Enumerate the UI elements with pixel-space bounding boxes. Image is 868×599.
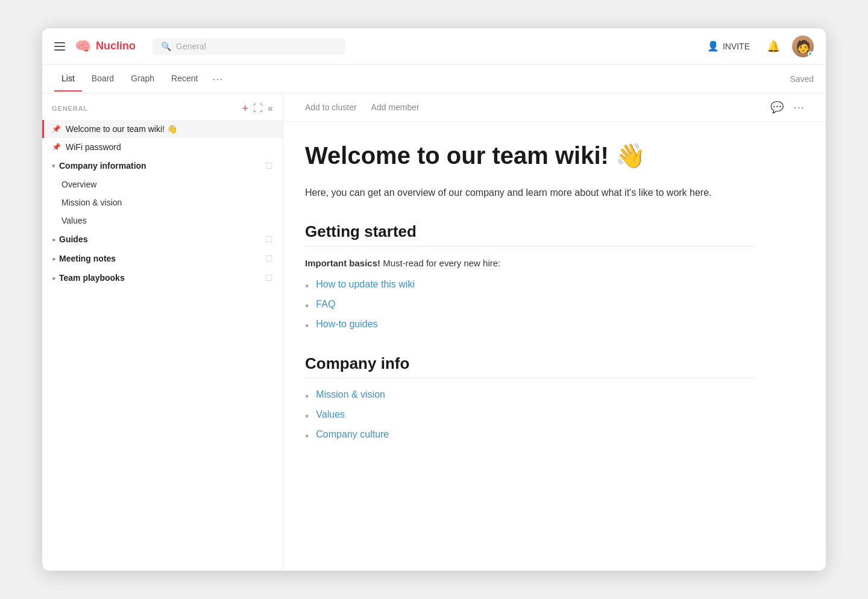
sidebar-item-overview-label: Overview — [61, 180, 96, 189]
chevron-right-icon-meeting: ▾ — [50, 257, 58, 260]
chevron-right-icon-guides: ▾ — [50, 237, 58, 241]
link-how-to-guides[interactable]: How-to guides — [316, 319, 377, 330]
sidebar-group-guides: ▾ Guides ☐ — [42, 230, 283, 249]
sidebar-add-button[interactable]: + — [242, 103, 249, 114]
sidebar-group-meeting-notes-label: Meeting notes — [59, 254, 116, 263]
page-intro: Here, you can get an overview of our com… — [305, 184, 756, 201]
search-bar[interactable]: 🔍 General — [153, 38, 345, 55]
sidebar-group-guides-checkbox[interactable]: ☐ — [265, 234, 273, 244]
sidebar-group-team-playbooks: ▾ Team playbooks ☐ — [42, 268, 283, 287]
bullet-dot-5: • — [305, 410, 309, 423]
logo: 🧠 Nuclino — [75, 39, 136, 54]
sidebar-item-overview[interactable]: Overview — [52, 175, 283, 193]
tab-list[interactable]: List — [54, 66, 82, 92]
list-item-how-to-update: • How to update this wiki — [305, 279, 756, 293]
sidebar-group-guides-header[interactable]: ▾ Guides ☐ — [42, 230, 283, 249]
sidebar-group-playbooks-checkbox[interactable]: ☐ — [265, 273, 273, 283]
sidebar-group-meeting-notes-header[interactable]: ▾ Meeting notes ☐ — [42, 249, 283, 268]
getting-started-list: • How to update this wiki • FAQ • How-to… — [305, 279, 756, 333]
sidebar-item-welcome-label: Welcome to our team wiki! 👋 — [66, 124, 177, 134]
chevron-down-icon: ▾ — [52, 162, 55, 170]
hamburger-menu[interactable] — [54, 42, 65, 51]
company-info-list: • Mission & vision • Values • Company cu… — [305, 389, 756, 443]
tab-graph[interactable]: Graph — [124, 66, 162, 92]
chevron-right-icon-playbooks: ▾ — [50, 276, 58, 280]
logo-icon: 🧠 — [75, 39, 91, 54]
sidebar-item-values-label: Values — [61, 216, 87, 225]
add-to-cluster-button[interactable]: Add to cluster — [305, 102, 357, 112]
sidebar-item-values[interactable]: Values — [52, 212, 283, 230]
page-title: Welcome to our team wiki! 👋 — [305, 141, 756, 170]
invite-icon: 👤 — [707, 40, 719, 52]
bullet-dot-2: • — [305, 300, 309, 313]
online-status-indicator — [808, 51, 813, 57]
list-item-faq: • FAQ — [305, 299, 756, 313]
bullet-dot-4: • — [305, 390, 309, 403]
sidebar-actions: + ⛶ « — [242, 103, 273, 114]
bullet-dot-1: • — [305, 280, 309, 293]
sidebar-item-mission-label: Mission & vision — [61, 198, 122, 207]
sidebar-group-company-label: Company information — [59, 161, 146, 171]
sidebar-group-guides-label: Guides — [59, 234, 87, 244]
sidebar-group-company-children: Overview Mission & vision Values — [42, 175, 283, 230]
list-item-mission-vision: • Mission & vision — [305, 389, 756, 403]
saved-status: Saved — [790, 74, 814, 84]
sidebar-item-mission[interactable]: Mission & vision — [52, 193, 283, 212]
list-item-values: • Values — [305, 409, 756, 423]
link-mission-vision[interactable]: Mission & vision — [316, 389, 385, 400]
section-company-info-title: Company info — [305, 354, 756, 378]
main-area: GENERAL + ⛶ « 📌 Welcome to our team wiki… — [42, 93, 826, 571]
tabbar: List Board Graph Recent ⋯ Saved — [42, 64, 826, 93]
sidebar-expand-button[interactable]: ⛶ — [253, 103, 263, 114]
section-getting-started-title: Getting started — [305, 222, 756, 246]
list-item-how-to-guides: • How-to guides — [305, 319, 756, 333]
important-bold: Important basics! — [305, 258, 380, 268]
topbar: 🧠 Nuclino 🔍 General 👤 INVITE 🔔 🧑 — [42, 28, 826, 64]
content-body: Welcome to our team wiki! 👋 Here, you ca… — [283, 122, 778, 484]
sidebar-item-wifi[interactable]: 📌 WiFi password — [42, 138, 283, 156]
app-window: 🧠 Nuclino 🔍 General 👤 INVITE 🔔 🧑 List Bo… — [42, 28, 826, 571]
pin-icon-wifi: 📌 — [52, 143, 61, 151]
tab-recent[interactable]: Recent — [164, 66, 205, 92]
topbar-right: 👤 INVITE 🔔 🧑 — [702, 36, 814, 57]
search-icon: 🔍 — [161, 42, 171, 51]
sidebar-group-team-playbooks-label: Team playbooks — [59, 273, 125, 283]
important-rest: Must-read for every new hire: — [383, 258, 500, 268]
content-area: Add to cluster Add member 💬 ⋯ Welcome to… — [283, 93, 826, 571]
sidebar: GENERAL + ⛶ « 📌 Welcome to our team wiki… — [42, 93, 283, 571]
sidebar-item-wifi-label: WiFi password — [66, 142, 121, 152]
comment-icon[interactable]: 💬 — [770, 101, 784, 114]
sidebar-group-company-info: ▾ Company information ☐ Overview Mission… — [42, 156, 283, 230]
bullet-dot-3: • — [305, 320, 309, 333]
link-faq[interactable]: FAQ — [316, 299, 335, 310]
add-member-button[interactable]: Add member — [371, 102, 420, 112]
sidebar-group-meeting-notes: ▾ Meeting notes ☐ — [42, 249, 283, 268]
invite-button[interactable]: 👤 INVITE — [702, 38, 755, 54]
avatar[interactable]: 🧑 — [792, 36, 814, 57]
link-company-culture[interactable]: Company culture — [316, 429, 389, 440]
sidebar-collapse-button[interactable]: « — [268, 103, 273, 114]
sidebar-section-title: GENERAL — [52, 105, 88, 112]
sidebar-group-team-playbooks-header[interactable]: ▾ Team playbooks ☐ — [42, 268, 283, 287]
logo-text: Nuclino — [96, 40, 136, 52]
content-toolbar-right: 💬 ⋯ — [770, 101, 804, 114]
list-item-company-culture: • Company culture — [305, 429, 756, 443]
link-values[interactable]: Values — [316, 409, 345, 420]
tab-more-icon[interactable]: ⋯ — [207, 67, 228, 90]
search-placeholder: General — [176, 42, 206, 51]
important-basics-line: Important basics! Must-read for every ne… — [305, 256, 756, 271]
pin-icon: 📌 — [52, 125, 61, 133]
sidebar-group-company-checkbox[interactable]: ☐ — [265, 161, 273, 171]
invite-label: INVITE — [723, 42, 750, 51]
link-how-to-update[interactable]: How to update this wiki — [316, 279, 415, 290]
sidebar-group-company-header[interactable]: ▾ Company information ☐ — [42, 156, 283, 175]
notifications-bell-icon[interactable]: 🔔 — [767, 40, 780, 53]
sidebar-item-welcome[interactable]: 📌 Welcome to our team wiki! 👋 — [42, 120, 283, 138]
tab-board[interactable]: Board — [84, 66, 121, 92]
bullet-dot-6: • — [305, 430, 309, 443]
content-toolbar: Add to cluster Add member 💬 ⋯ — [283, 93, 826, 122]
sidebar-group-meeting-checkbox[interactable]: ☐ — [265, 254, 273, 263]
more-options-icon[interactable]: ⋯ — [793, 101, 804, 114]
sidebar-header: GENERAL + ⛶ « — [42, 103, 283, 120]
